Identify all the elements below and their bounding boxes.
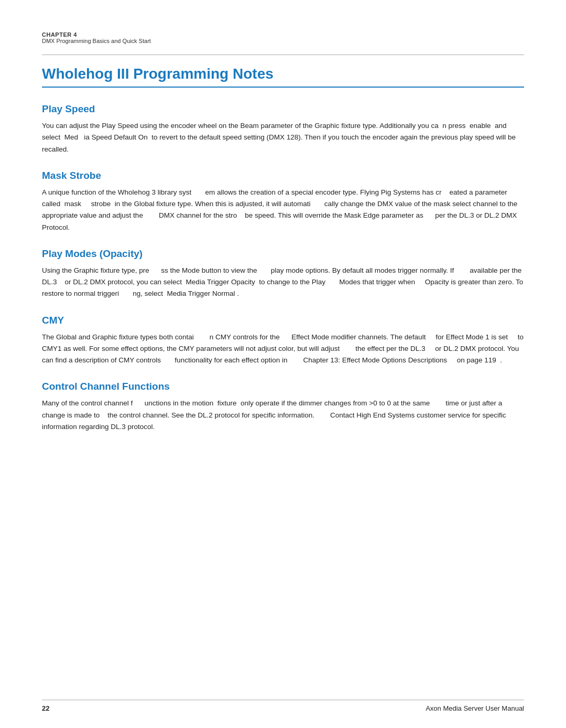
page-container: CHAPTER 4 DMX Programming Basics and Qui… xyxy=(0,0,566,728)
chapter-label: CHAPTER 4 xyxy=(42,31,524,38)
section-title-play-modes: Play Modes (Opacity) xyxy=(42,248,524,260)
section-title-cmy: CMY xyxy=(42,315,524,326)
section-play-modes: Play Modes (Opacity) Using the Graphic f… xyxy=(42,248,524,300)
section-body-play-modes: Using the Graphic fixture type, pre ss t… xyxy=(42,265,524,300)
section-body-mask-strobe: A unique function of the Wholehog 3 libr… xyxy=(42,187,524,233)
section-mask-strobe: Mask Strobe A unique function of the Who… xyxy=(42,170,524,233)
footer-page-number: 22 xyxy=(42,704,49,712)
chapter-divider xyxy=(42,55,524,55)
section-body-control-channel: Many of the control channel f unctions i… xyxy=(42,398,524,433)
chapter-header: CHAPTER 4 DMX Programming Basics and Qui… xyxy=(42,31,524,44)
section-cmy: CMY The Global and Graphic fixture types… xyxy=(42,315,524,367)
footer-manual-title: Axon Media Server User Manual xyxy=(426,704,524,712)
section-title-mask-strobe: Mask Strobe xyxy=(42,170,524,181)
chapter-subtitle: DMX Programming Basics and Quick Start xyxy=(42,38,524,44)
section-control-channel: Control Channel Functions Many of the co… xyxy=(42,381,524,433)
section-body-play-speed: You can adjust the Play Speed using the … xyxy=(42,120,524,155)
section-title-control-channel: Control Channel Functions xyxy=(42,381,524,392)
section-body-cmy: The Global and Graphic fixture types bot… xyxy=(42,331,524,367)
section-play-speed: Play Speed You can adjust the Play Speed… xyxy=(42,103,524,155)
page-footer: 22 Axon Media Server User Manual xyxy=(42,700,524,712)
section-title-play-speed: Play Speed xyxy=(42,103,524,115)
page-title: Wholehog III Programming Notes xyxy=(42,66,524,88)
